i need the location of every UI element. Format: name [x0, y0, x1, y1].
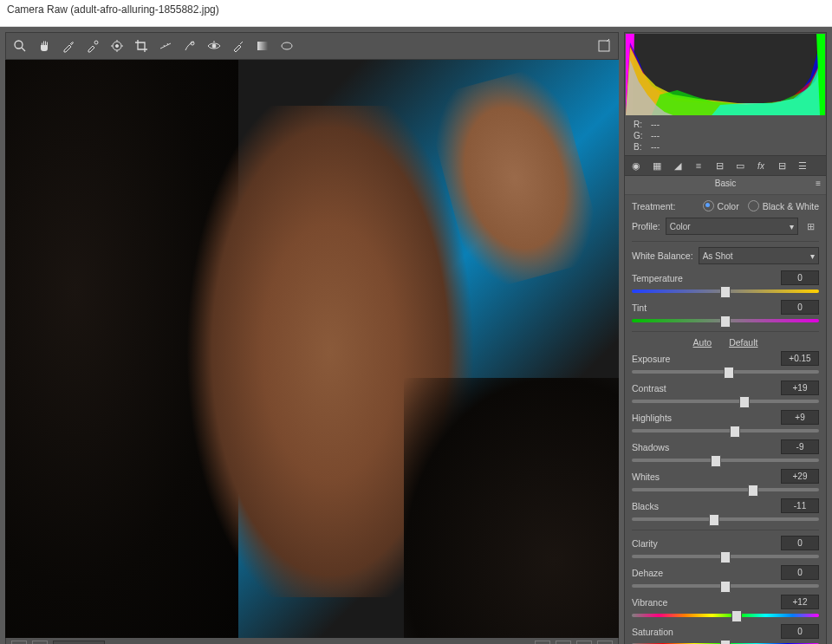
slider-whites: Whites+29	[632, 469, 819, 495]
single-view-icon[interactable]: ▭	[11, 641, 27, 644]
dehaze-slider[interactable]	[632, 581, 819, 591]
slider-clarity: Clarity0	[632, 536, 819, 562]
temperature-value[interactable]: 0	[781, 270, 819, 285]
shadows-value[interactable]: -9	[781, 439, 819, 454]
red-eye-icon[interactable]	[205, 37, 223, 55]
clarity-value[interactable]: 0	[781, 536, 819, 550]
contrast-slider[interactable]	[632, 396, 819, 407]
slider-exposure: Exposure+0.15	[632, 351, 819, 377]
svg-rect-15	[257, 42, 268, 50]
shadows-label: Shadows	[632, 442, 669, 452]
tint-slider[interactable]	[632, 315, 819, 326]
image-preview[interactable]	[5, 60, 619, 638]
tab-calibration-icon[interactable]: ⊟	[774, 158, 790, 173]
vibrance-label: Vibrance	[632, 597, 667, 608]
slider-dehaze: Dehaze0	[632, 565, 819, 591]
grid-view-icon[interactable]: ⊞	[32, 641, 48, 644]
dehaze-value[interactable]: 0	[781, 565, 819, 580]
white-balance-select[interactable]: As Shot▾	[699, 247, 819, 264]
tint-label: Tint	[632, 302, 647, 313]
radio-color[interactable]	[703, 200, 714, 211]
rgb-readout: R:--- G:--- B:---	[625, 116, 826, 155]
auto-link[interactable]: Auto	[693, 337, 712, 348]
profile-row: Profile: Color▾ ⊞	[632, 218, 819, 235]
exposure-slider[interactable]	[632, 367, 819, 377]
svg-rect-17	[599, 41, 609, 51]
radial-filter-icon[interactable]	[278, 37, 296, 55]
window-title-text: Camera Raw (adult-afro-alluring-1855882.…	[7, 3, 219, 16]
profile-label: Profile:	[632, 221, 660, 231]
preview-bottom-bar: ▭ ⊞ 50%▾ Y ⇄ ⊟ ≡	[5, 638, 619, 644]
tab-hsl-icon[interactable]: ≡	[691, 158, 706, 173]
histogram[interactable]	[626, 34, 825, 115]
spot-removal-icon[interactable]	[181, 37, 198, 55]
saturation-value[interactable]: 0	[781, 624, 819, 639]
crop-tool-icon[interactable]	[133, 37, 150, 55]
saturation-label: Saturation	[632, 627, 673, 637]
svg-point-16	[282, 42, 292, 49]
profile-browser-icon[interactable]: ⊞	[802, 218, 819, 234]
exposure-label: Exposure	[632, 354, 670, 364]
copy-settings-icon[interactable]: ⊟	[576, 641, 592, 644]
vibrance-slider[interactable]	[632, 610, 819, 621]
settings-sliders-icon[interactable]: ≡	[597, 641, 613, 644]
zoom-tool-icon[interactable]	[11, 37, 29, 55]
white-balance-row: White Balance: As Shot▾	[632, 247, 819, 264]
straighten-tool-icon[interactable]	[157, 37, 174, 55]
slider-saturation: Saturation0	[632, 624, 819, 644]
preferences-icon[interactable]	[595, 37, 613, 55]
clarity-label: Clarity	[632, 538, 658, 549]
adjustment-brush-icon[interactable]	[230, 37, 247, 55]
white-balance-eyedropper-icon[interactable]	[60, 37, 77, 55]
auto-default-row: Auto Default	[632, 337, 819, 348]
svg-line-9	[160, 43, 171, 49]
tab-curve-icon[interactable]: ▦	[649, 158, 665, 173]
whites-slider[interactable]	[632, 485, 819, 495]
highlights-label: Highlights	[632, 413, 672, 423]
before-after-icon[interactable]: Y	[535, 641, 550, 644]
panel-menu-icon[interactable]: ≡	[816, 179, 821, 188]
tab-split-icon[interactable]: ⊟	[712, 158, 727, 173]
tab-detail-icon[interactable]: ◢	[670, 158, 686, 173]
radio-color-label: Color	[718, 201, 739, 211]
vibrance-value[interactable]: +12	[781, 595, 819, 609]
tab-lens-icon[interactable]: ▭	[732, 158, 748, 173]
slider-blacks: Blacks-11	[632, 498, 819, 524]
graduated-filter-icon[interactable]	[254, 37, 271, 55]
tab-presets-icon[interactable]: ☰	[795, 158, 810, 173]
clarity-slider[interactable]	[632, 551, 819, 562]
whites-label: Whites	[632, 472, 660, 482]
hand-tool-icon[interactable]	[36, 37, 53, 55]
svg-point-2	[94, 41, 98, 44]
color-sampler-icon[interactable]	[84, 37, 101, 55]
shadows-slider[interactable]	[632, 455, 819, 465]
targeted-adjustment-icon[interactable]	[108, 37, 126, 55]
radio-bw[interactable]	[748, 200, 759, 211]
slider-vibrance: Vibrance+12	[632, 595, 819, 621]
profile-select[interactable]: Color▾	[666, 218, 798, 235]
treatment-row: Treatment: Color Black & White	[632, 200, 819, 211]
tint-value[interactable]: 0	[781, 300, 819, 315]
blacks-slider[interactable]	[632, 514, 819, 524]
svg-line-1	[22, 48, 25, 51]
blacks-value[interactable]: -11	[781, 498, 819, 513]
slider-contrast: Contrast+19	[632, 381, 819, 407]
exposure-value[interactable]: +0.15	[781, 351, 819, 366]
saturation-slider[interactable]	[632, 640, 819, 644]
highlights-value[interactable]: +9	[781, 410, 819, 425]
tab-basic-icon[interactable]: ◉	[628, 158, 644, 173]
whites-value[interactable]: +29	[781, 469, 819, 484]
swap-icon[interactable]: ⇄	[556, 641, 571, 644]
svg-point-4	[116, 45, 119, 48]
zoom-select[interactable]: 50%▾	[53, 641, 105, 645]
dehaze-label: Dehaze	[632, 568, 663, 578]
top-toolbar	[5, 32, 619, 60]
temperature-slider[interactable]	[632, 286, 819, 296]
svg-point-0	[15, 41, 23, 49]
slider-tint: Tint0	[632, 300, 819, 326]
highlights-slider[interactable]	[632, 426, 819, 436]
panel-header: Basic ≡	[625, 176, 826, 195]
tab-fx-icon[interactable]: fx	[753, 158, 769, 173]
default-link[interactable]: Default	[729, 337, 757, 348]
contrast-value[interactable]: +19	[781, 381, 819, 395]
